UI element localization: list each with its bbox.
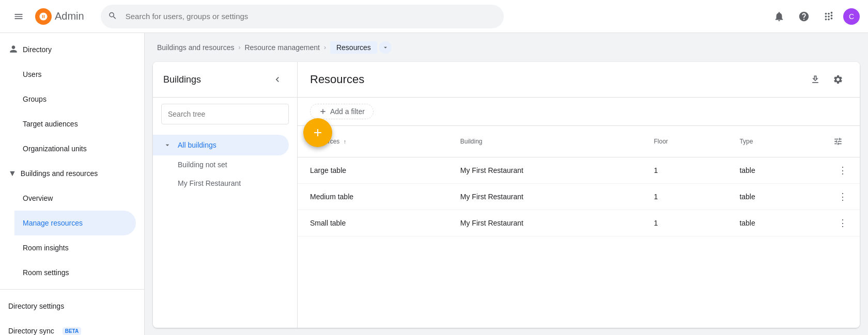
sidebar-buildings-label: Buildings and resources [21,169,98,178]
tree-item-label: All buildings [178,141,216,149]
sidebar-item-directory-settings[interactable]: Directory settings [0,294,136,318]
logo-icon [35,8,52,25]
breadcrumb: Buildings and resources › Resource manag… [145,33,868,62]
fab-add-button[interactable] [303,118,332,147]
right-panel: Resources Add a filter [298,62,860,328]
apps-icon[interactable] [818,6,839,27]
row-more-icon[interactable]: ⋮ [838,218,847,228]
table-row[interactable]: Large table My First Restaurant 1 table … [298,157,860,184]
sidebar-divider [0,289,144,290]
col-building-label: Building [460,138,483,145]
cell-type: table [727,210,816,236]
help-icon[interactable] [794,6,814,27]
cell-resource: Medium table [298,184,448,210]
add-filter-button[interactable]: Add a filter [310,104,374,119]
table-row[interactable]: Small table My First Restaurant 1 table … [298,210,860,236]
app-name: Admin [55,10,84,22]
sidebar-item-users[interactable]: Users [14,62,136,87]
cell-type: table [727,157,816,184]
sidebar-item-label: Organizational units [23,145,87,153]
download-button[interactable] [806,70,825,89]
search-input[interactable] [101,5,504,28]
topbar: Admin C [0,0,868,33]
sort-icon[interactable]: ↑ [344,138,347,145]
sidebar-item-label: Room settings [23,268,69,277]
sidebar-item-manage-resources[interactable]: Manage resources [14,211,136,235]
tree-sub-item-my-first-restaurant[interactable]: My First Restaurant [153,174,297,193]
resources-table: Resources ↑ Building Floor [298,126,860,236]
cell-building: My First Restaurant [448,184,642,210]
breadcrumb-resource-management-link[interactable]: Resource management [244,43,320,52]
table-header: Resources ↑ Building Floor [298,126,860,157]
tree-expand-icon [161,139,174,151]
cell-actions: ⋮ [816,210,860,236]
menu-icon[interactable] [8,6,29,27]
breadcrumb-resources-label: Resources [330,41,377,54]
col-type-label: Type [739,138,753,145]
sidebar-item-label: Users [23,70,42,78]
sidebar-item-overview[interactable]: Overview [14,186,136,211]
notifications-icon[interactable] [769,6,789,27]
sidebar-item-label: Target audiences [23,120,78,128]
col-header-type: Type [727,126,816,157]
cell-resource: Small table [298,210,448,236]
table-body: Large table My First Restaurant 1 table … [298,157,860,236]
breadcrumb-dropdown-button[interactable] [379,41,392,54]
search-tree-wrapper [161,104,289,124]
breadcrumb-buildings-link[interactable]: Buildings and resources [157,43,234,52]
table-row[interactable]: Medium table My First Restaurant 1 table… [298,184,860,210]
right-panel-header: Resources [298,62,860,98]
left-panel-back-button[interactable] [268,70,287,89]
settings-button[interactable] [829,70,847,89]
right-panel-title: Resources [310,73,364,86]
tree-sub-item-building-not-set[interactable]: Building not set [153,155,297,174]
sidebar-item-directory-sync[interactable]: Directory sync BETA [0,318,136,335]
cell-building: My First Restaurant [448,157,642,184]
left-panel-title: Buildings [163,74,201,85]
panel-container: Buildings All buildings [153,62,860,328]
sidebar-item-label: Manage resources [23,219,83,227]
sidebar-buildings-header[interactable]: ▼ Buildings and resources [0,161,144,186]
avatar[interactable]: C [843,8,860,25]
sidebar-item-groups[interactable]: Groups [14,87,136,111]
row-more-icon[interactable]: ⋮ [838,192,847,202]
sidebar-users-section: Users Groups Target audiences Organizati… [0,62,144,161]
search-tree-input[interactable] [161,104,289,124]
sidebar-item-room-insights[interactable]: Room insights [14,235,136,260]
row-more-icon[interactable]: ⋮ [838,165,847,176]
app-logo: Admin [35,8,84,25]
sidebar-directory-label: Directory [23,45,52,54]
left-panel: Buildings All buildings [153,62,298,328]
sidebar-item-target-audiences[interactable]: Target audiences [14,111,136,136]
resources-table-wrap: Resources ↑ Building Floor [298,126,860,328]
cell-floor: 1 [641,157,727,184]
cell-actions: ⋮ [816,184,860,210]
expand-down-icon: ▼ [8,169,17,178]
sidebar-item-label: Overview [23,194,53,202]
cell-type: table [727,184,816,210]
sidebar-item-label: Directory sync [8,327,54,335]
search-icon [108,11,117,22]
col-header-building: Building [448,126,642,157]
cell-building: My First Restaurant [448,210,642,236]
col-header-actions [816,126,860,157]
right-panel-actions [806,70,847,89]
main-layout: Directory Users Groups Target audiences … [0,33,868,335]
tree-list: All buildings Building not set My First … [153,131,297,328]
sidebar: Directory Users Groups Target audiences … [0,33,145,335]
left-panel-header: Buildings [153,62,297,98]
sidebar-item-org-units[interactable]: Organizational units [14,136,136,161]
search-bar[interactable] [101,5,504,28]
sidebar-item-room-settings[interactable]: Room settings [14,260,136,285]
col-header-floor: Floor [641,126,727,157]
sidebar-item-label: Directory settings [8,302,64,310]
tree-item-all-buildings[interactable]: All buildings [153,135,289,155]
cell-resource: Large table [298,157,448,184]
sidebar-directory-header[interactable]: Directory [0,37,144,62]
beta-badge: BETA [63,327,81,335]
breadcrumb-sep-1: › [238,44,240,51]
topbar-actions: C [769,6,860,27]
column-settings-button[interactable] [829,132,847,151]
sidebar-item-label: Room insights [23,244,69,252]
breadcrumb-sep-2: › [324,44,326,51]
